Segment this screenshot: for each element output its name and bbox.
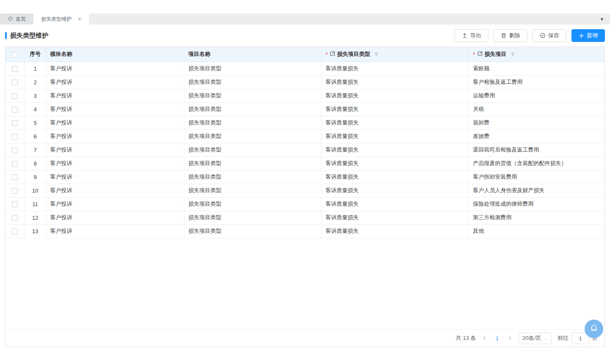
row-checkbox[interactable] <box>12 174 18 180</box>
row-checkbox[interactable] <box>12 188 18 194</box>
next-page-button[interactable] <box>507 336 513 341</box>
tab-loss-type-maintenance[interactable]: 损失类型维护 ✕ <box>33 14 89 25</box>
cell-index: 5 <box>25 116 46 130</box>
page-size-select[interactable]: 20条/页 ⌄ <box>518 333 552 344</box>
col-header-project: 项目名称 <box>184 47 321 62</box>
table-body: 1 客户投诉 损失项目类型 客诉质量损失 索赔额 2 客户投诉 损失项目类型 客… <box>6 62 604 238</box>
cell-module: 客户投诉 <box>46 89 184 102</box>
plus-icon <box>579 33 584 39</box>
add-button-label: 新增 <box>587 32 598 39</box>
table-row[interactable]: 9 客户投诉 损失项目类型 客诉质量损失 客户拆卸安装费用 <box>6 170 604 184</box>
cell-index: 4 <box>25 102 46 116</box>
row-checkbox[interactable] <box>12 66 18 72</box>
save-button[interactable]: 保存 <box>532 29 566 42</box>
close-icon[interactable]: ✕ <box>78 17 81 22</box>
tab-bar: 首页 损失类型维护 ✕ ▼ <box>0 14 610 25</box>
cell-index: 10 <box>25 184 46 197</box>
trash-icon <box>501 33 507 39</box>
select-all-checkbox[interactable] <box>12 52 18 58</box>
cell-loss-item: 客户人员人身伤害及财产损失 <box>469 184 604 197</box>
current-page[interactable]: 1 <box>493 335 502 342</box>
filter-funnel-icon[interactable] <box>510 52 516 57</box>
data-grid: 序号 模块名称 项目名称 * 损失项目类型 <box>6 47 604 238</box>
chevron-down-icon: ⌄ <box>544 336 547 341</box>
tab-home[interactable]: 首页 <box>0 14 33 25</box>
cell-index: 13 <box>25 224 46 238</box>
cell-loss-item: 客户拆卸安装费用 <box>469 170 604 184</box>
cell-module: 客户投诉 <box>46 116 184 130</box>
table-row[interactable]: 4 客户投诉 损失项目类型 客诉质量损失 关税 <box>6 102 604 116</box>
table-row[interactable]: 10 客户投诉 损失项目类型 客诉质量损失 客户人员人身伤害及财产损失 <box>6 184 604 197</box>
table-row[interactable]: 8 客户投诉 损失项目类型 客诉质量损失 产品报废的货值（含装配的配件损失） <box>6 157 604 170</box>
delete-button-label: 删除 <box>509 32 520 39</box>
tab-list-dropdown[interactable]: ▼ <box>594 14 610 25</box>
add-button[interactable]: 新增 <box>571 29 605 42</box>
row-checkbox[interactable] <box>12 161 18 167</box>
row-checkbox[interactable] <box>12 134 18 140</box>
row-checkbox[interactable] <box>12 201 18 207</box>
notification-fab[interactable] <box>585 320 603 338</box>
cell-index: 11 <box>25 197 46 211</box>
edit-pen-icon <box>330 51 336 58</box>
row-checkbox[interactable] <box>12 80 18 85</box>
cell-project: 损失项目类型 <box>184 143 321 157</box>
row-checkbox[interactable] <box>12 147 18 153</box>
cell-module: 客户投诉 <box>46 211 184 224</box>
cell-loss-type: 客诉质量损失 <box>321 143 469 157</box>
cell-index: 6 <box>25 130 46 143</box>
cell-loss-type: 客诉质量损失 <box>321 130 469 143</box>
col-header-loss-item: * 损失项目 <box>469 47 604 62</box>
table-row[interactable]: 6 客户投诉 损失项目类型 客诉质量损失 差旅费 <box>6 130 604 143</box>
row-checkbox[interactable] <box>12 107 18 113</box>
table-row[interactable]: 1 客户投诉 损失项目类型 客诉质量损失 索赔额 <box>6 62 604 75</box>
cell-loss-type: 客诉质量损失 <box>321 89 469 102</box>
table-row[interactable]: 3 客户投诉 损失项目类型 客诉质量损失 运输费用 <box>6 89 604 102</box>
prev-page-button[interactable] <box>482 336 487 341</box>
cell-loss-item: 保险处理造成的律师费用 <box>469 197 604 211</box>
table-row[interactable]: 12 客户投诉 损失项目类型 客诉质量损失 第三方检测费用 <box>6 211 604 224</box>
table-row[interactable]: 11 客户投诉 损失项目类型 客诉质量损失 保险处理造成的律师费用 <box>6 197 604 211</box>
cell-module: 客户投诉 <box>46 102 184 116</box>
table-row[interactable]: 13 客户投诉 损失项目类型 客诉质量损失 其他 <box>6 224 604 238</box>
home-icon <box>8 16 13 22</box>
cell-project: 损失项目类型 <box>184 62 321 75</box>
cell-index: 1 <box>25 62 46 75</box>
title-accent-bar <box>5 32 7 39</box>
check-circle-icon <box>540 33 546 39</box>
cell-index: 8 <box>25 157 46 170</box>
cell-loss-item: 关税 <box>469 102 604 116</box>
cell-module: 客户投诉 <box>46 197 184 211</box>
cell-loss-item: 第三方检测费用 <box>469 211 604 224</box>
table-row[interactable]: 2 客户投诉 损失项目类型 客诉质量损失 客户检验及返工费用 <box>6 75 604 89</box>
cell-loss-type: 客诉质量损失 <box>321 170 469 184</box>
required-marker: * <box>326 51 328 58</box>
cell-index: 12 <box>25 211 46 224</box>
cell-project: 损失项目类型 <box>184 197 321 211</box>
row-checkbox[interactable] <box>12 215 18 221</box>
cell-loss-item: 其他 <box>469 224 604 238</box>
cell-loss-item: 退回我司后检验及返工费用 <box>469 143 604 157</box>
delete-button[interactable]: 删除 <box>494 29 527 42</box>
table-row[interactable]: 7 客户投诉 损失项目类型 客诉质量损失 退回我司后检验及返工费用 <box>6 143 604 157</box>
col-header-loss-type: * 损失项目类型 <box>321 47 469 62</box>
cell-project: 损失项目类型 <box>184 89 321 102</box>
page-title-text: 损失类型维护 <box>10 32 48 40</box>
table-row[interactable]: 5 客户投诉 损失项目类型 客诉质量损失 装卸费 <box>6 116 604 130</box>
cell-module: 客户投诉 <box>46 157 184 170</box>
row-checkbox[interactable] <box>12 229 18 234</box>
cell-loss-type: 客诉质量损失 <box>321 102 469 116</box>
cell-project: 损失项目类型 <box>184 224 321 238</box>
export-button[interactable]: 导出 <box>455 29 488 42</box>
edit-pen-icon <box>477 51 483 58</box>
export-button-label: 导出 <box>470 32 481 39</box>
cell-loss-item: 索赔额 <box>469 62 604 75</box>
cell-loss-type: 客诉质量损失 <box>321 75 469 89</box>
cell-project: 损失项目类型 <box>184 75 321 89</box>
row-checkbox[interactable] <box>12 93 18 99</box>
col-header-module: 模块名称 <box>46 47 184 62</box>
cell-index: 3 <box>25 89 46 102</box>
filter-funnel-icon[interactable] <box>374 52 379 57</box>
cell-loss-type: 客诉质量损失 <box>321 116 469 130</box>
pagination-bar: 共 13 条 1 20条/页 ⌄ 前往 页 <box>6 329 604 347</box>
row-checkbox[interactable] <box>12 120 18 126</box>
